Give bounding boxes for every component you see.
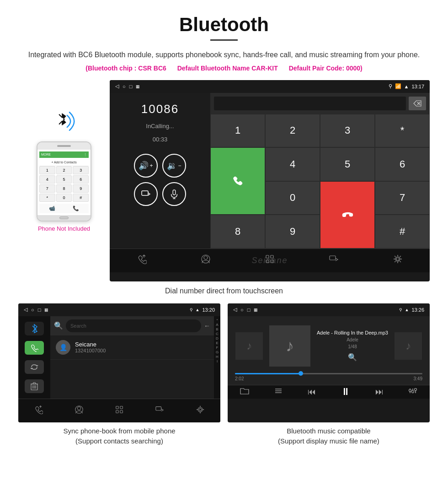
screenshot-icon[interactable]: ▦ [136,84,140,89]
vol-down-icon: 🔉 [167,161,177,171]
phone-key-5[interactable]: 5 [56,175,72,184]
pb-bluetooth-btn[interactable] [25,322,44,335]
numpad-key-4[interactable]: 4 [265,147,320,181]
page-wrapper: Bluetooth Integrated with BC6 Bluetooth … [0,0,448,467]
nav-apps-icon[interactable] [265,254,275,266]
phone-key-7[interactable]: 7 [39,184,55,193]
numpad-key-hash[interactable]: # [375,215,430,248]
call-accept-icon [231,175,244,188]
phone-key-2[interactable]: 2 [56,166,72,174]
pb-alpha-list: * A B C D E F G H I [214,316,220,399]
music-home-icon[interactable]: ○ [240,307,244,313]
pb-search-field[interactable]: Search [66,319,201,332]
phone-key-star[interactable]: * [39,194,55,202]
nav-phone-up-icon[interactable] [137,254,147,266]
pb-delete-btn[interactable] [25,379,44,393]
numpad-input-field[interactable] [214,97,406,110]
numpad-key-6[interactable]: 6 [375,147,430,181]
music-eq-btn[interactable] [408,387,417,397]
numpad-key-9[interactable]: 9 [265,215,320,248]
phone-key-3[interactable]: 3 [73,166,89,174]
pb-alpha-f[interactable]: F [216,346,219,350]
music-prev-btn[interactable]: ⏮ [308,387,316,397]
numpad-key-star[interactable]: * [375,114,430,148]
numpad-key-7[interactable]: 7 [375,181,430,215]
music-list-btn[interactable] [274,387,283,397]
svg-rect-12 [271,255,273,258]
pb-back-arrow[interactable]: ← [204,322,210,330]
call-accept-button[interactable] [210,147,265,215]
pb-alpha-a[interactable]: A [216,323,218,327]
music-next-btn[interactable]: ⏭ [375,387,384,397]
numpad-area: 1 2 3 * 4 5 6 0 [210,93,430,248]
numpad-key-2[interactable]: 2 [265,114,320,148]
svg-point-16 [396,258,399,260]
vol-up-button[interactable]: 🔊 + [134,154,158,178]
main-caption: Dial number direct from touchscreen [18,287,430,295]
music-recent-icon[interactable]: □ [247,307,251,313]
phone-bottom-bar: 📹 📞 [39,204,89,213]
nav-phone-transfer-icon[interactable] [329,254,339,266]
pb-search-placeholder: Search [70,323,86,329]
phone-key-hash[interactable]: # [73,194,89,202]
phone-video-icon[interactable]: 📹 [49,205,55,211]
numpad-key-3[interactable]: 3 [320,114,375,148]
music-search-btn[interactable]: 🔍 [348,353,357,362]
pb-nav-apps-icon[interactable] [115,405,124,416]
vol-down-button[interactable]: 🔉 − [162,154,186,178]
pb-contact-number: 13241007000 [75,348,106,353]
phone-key-9[interactable]: 9 [73,184,89,193]
phone-key-1[interactable]: 1 [39,166,55,174]
music-back-icon[interactable]: ◁ [233,307,237,313]
nav-settings-icon[interactable] [393,254,403,266]
svg-point-33 [198,407,203,412]
numpad-key-0[interactable]: 0 [265,181,320,215]
pb-save-icon[interactable]: ▦ [44,308,48,312]
pb-nav-phone-icon[interactable] [34,405,43,416]
call-end-button[interactable] [320,181,375,248]
home-nav-icon[interactable]: ○ [123,84,126,89]
pb-home-icon[interactable]: ○ [31,307,34,313]
numpad-key-1[interactable]: 1 [210,114,265,148]
pb-alpha-c[interactable]: C [216,332,219,336]
vol-minus-icon: − [178,162,181,169]
music-folder-btn[interactable] [240,387,249,397]
numpad-backspace[interactable] [409,97,426,110]
pb-nav-settings-icon[interactable] [196,405,205,416]
phone-key-4[interactable]: 4 [39,175,55,184]
pb-alpha-e[interactable]: E [216,341,218,345]
music-save-icon[interactable]: ▦ [254,308,258,312]
pb-alpha-d[interactable]: D [216,336,219,340]
nav-contacts-icon[interactable] [201,254,211,266]
music-play-btn[interactable]: ⏸ [341,386,351,398]
caption-music-line2: (Support display music file name) [228,436,430,447]
pb-recent-icon[interactable]: □ [38,307,41,313]
svg-marker-0 [62,113,66,125]
pb-alpha-h[interactable]: H [216,355,219,359]
pb-alpha-star[interactable]: * [216,318,218,322]
pb-alpha-i[interactable]: I [217,359,218,363]
pb-alpha-b[interactable]: B [216,327,218,331]
dial-timer: 00:33 [153,136,168,143]
pb-nav-transfer-icon[interactable] [155,405,164,416]
phone-call-icon[interactable]: 📞 [73,205,79,211]
music-counter: 1/48 [348,344,357,349]
recent-nav-icon[interactable]: □ [129,84,133,89]
back-nav-icon[interactable]: ◁ [115,83,119,89]
pb-contact-item[interactable]: 👤 Seicane 13241007000 [50,335,214,360]
pb-alpha-g[interactable]: G [216,350,219,354]
pb-nav-contacts-icon[interactable] [75,405,84,416]
phone-home-button[interactable] [59,216,69,219]
pb-call-btn[interactable] [25,341,44,355]
pb-refresh-btn[interactable] [25,360,44,374]
pb-contact-avatar: 👤 [56,340,70,355]
numpad-key-8[interactable]: 8 [210,215,265,248]
phone-key-6[interactable]: 6 [73,175,89,184]
phone-key-0[interactable]: 0 [56,194,72,202]
mic-button[interactable] [162,182,186,206]
phone-key-8[interactable]: 8 [56,184,72,193]
music-progress-bar[interactable] [235,373,422,374]
transfer-button[interactable] [134,182,158,206]
numpad-key-5[interactable]: 5 [320,147,375,181]
pb-back-icon[interactable]: ◁ [24,307,27,313]
